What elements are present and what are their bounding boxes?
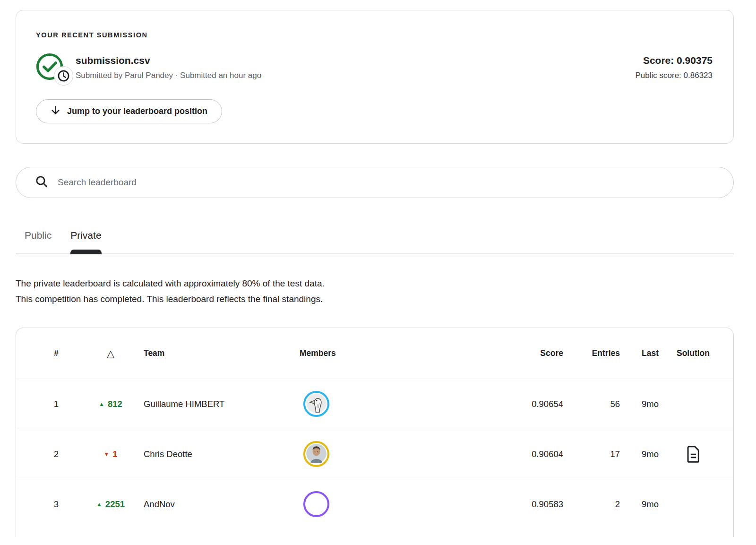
goose-sketch-avatar (306, 394, 326, 414)
submission-scores: Score: 0.90375 Public score: 0.86323 (636, 55, 713, 80)
submission-filename: submission.csv (76, 55, 636, 66)
leaderboard-tabs: Public Private (16, 230, 734, 254)
header-last: Last (620, 348, 667, 358)
members-cell (300, 391, 497, 417)
last-cell: 9mo (620, 449, 667, 459)
tab-private[interactable]: Private (70, 230, 101, 253)
avatar-ring[interactable] (303, 491, 329, 517)
header-members: Members (300, 348, 497, 358)
solution-document-icon[interactable] (686, 446, 701, 463)
team-name: AndNov (144, 499, 300, 510)
leaderboard-table: # △ Team Members Score Entries Last Solu… (16, 328, 734, 537)
delta-cell: ▲812 (77, 399, 144, 409)
jump-to-position-button[interactable]: Jump to your leaderboard position (36, 99, 222, 123)
tab-private-label: Private (70, 230, 101, 241)
submission-status-icon (36, 53, 63, 80)
delta-cell: ▼1 (77, 449, 144, 459)
entries-cell: 17 (563, 449, 620, 459)
avatar (306, 444, 326, 464)
header-solution: Solution (667, 348, 719, 358)
person-photo-avatar (306, 444, 326, 464)
leaderboard-body: 1 ▲812 Guillaume HIMBERT (16, 379, 733, 529)
last-cell: 9mo (620, 399, 667, 409)
leaderboard-row: 3 ▲2251 AndNov 0.90583 2 9mo (16, 479, 733, 529)
score-cell: 0.90583 (497, 499, 563, 510)
leaderboard-search (16, 167, 734, 198)
header-score: Score (497, 348, 563, 358)
score-cell: 0.90604 (497, 449, 563, 459)
public-score-value: Public score: 0.86323 (636, 71, 713, 80)
entries-cell: 56 (563, 399, 620, 409)
recent-submission-card: YOUR RECENT SUBMISSION submissio (16, 10, 734, 144)
rank-cell: 1 (35, 399, 77, 409)
note-line-2: This competition has completed. This lea… (16, 291, 734, 307)
tab-public[interactable]: Public (25, 230, 52, 253)
team-name: Chris Deotte (144, 449, 300, 459)
avatar (306, 494, 326, 514)
delta-triangle-icon: △ (107, 348, 114, 359)
delta-direction-icon: ▲ (96, 501, 102, 508)
members-cell (300, 491, 497, 517)
leaderboard-note: The private leaderboard is calculated wi… (16, 276, 734, 307)
header-rank: # (35, 348, 77, 358)
delta-direction-icon: ▲ (99, 401, 104, 407)
delta-value: 2251 (105, 499, 125, 509)
leaderboard-row: 2 ▼1 Chris Deotte (16, 429, 733, 479)
private-score-value: Score: 0.90375 (636, 55, 713, 66)
rank-cell: 2 (35, 449, 77, 459)
delta-direction-icon: ▼ (103, 451, 109, 458)
delta-cell: ▲2251 (77, 499, 144, 510)
leaderboard-header-row: # △ Team Members Score Entries Last Solu… (16, 328, 733, 379)
delta-value: 1 (112, 449, 117, 459)
members-cell (300, 441, 497, 467)
tab-public-label: Public (25, 230, 52, 241)
search-input[interactable] (58, 177, 722, 188)
arrow-down-icon (51, 105, 60, 118)
team-name: Guillaume HIMBERT (144, 399, 300, 409)
avatar (306, 394, 326, 414)
search-icon (35, 175, 48, 190)
last-cell: 9mo (620, 499, 667, 510)
clock-icon (54, 66, 73, 86)
entries-cell: 2 (563, 499, 620, 510)
header-delta: △ (77, 348, 144, 359)
leaderboard-row: 1 ▲812 Guillaume HIMBERT (16, 379, 733, 429)
rank-cell: 3 (35, 499, 77, 510)
submission-summary: submission.csv Submitted by Parul Pandey… (36, 52, 713, 80)
avatar-ring[interactable] (303, 441, 329, 467)
header-team: Team (144, 348, 300, 358)
delta-value: 812 (108, 399, 122, 409)
note-line-1: The private leaderboard is calculated wi… (16, 276, 734, 291)
solution-cell (667, 446, 719, 463)
header-entries: Entries (563, 348, 620, 358)
recent-submission-label: YOUR RECENT SUBMISSION (36, 31, 713, 39)
jump-button-label: Jump to your leaderboard position (67, 106, 207, 116)
score-cell: 0.90654 (497, 399, 563, 409)
submission-titles: submission.csv Submitted by Parul Pandey… (76, 55, 636, 80)
avatar-ring[interactable] (303, 391, 329, 417)
leaderboard-page: YOUR RECENT SUBMISSION submissio (0, 0, 756, 537)
submission-meta: Submitted by Parul Pandey · Submitted an… (76, 71, 636, 80)
